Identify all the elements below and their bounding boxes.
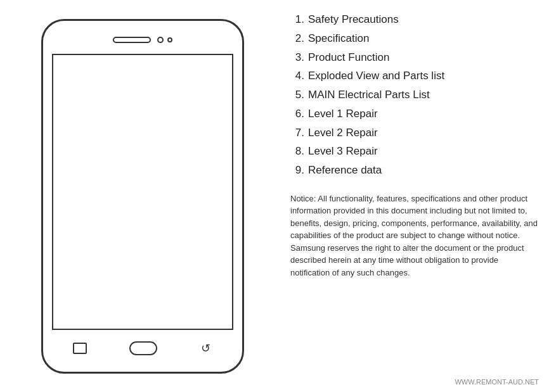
phone-back-button: ↺ <box>200 343 212 354</box>
menu-item-number: 7. <box>290 123 304 142</box>
watermark-text: WWW.REMONT-AUD.NET <box>290 376 539 386</box>
notice-text: Notice: All functionality, features, spe… <box>290 193 539 279</box>
menu-item-number: 8. <box>290 142 304 161</box>
phone-speaker-icon <box>113 37 151 43</box>
menu-item: 8.Level 3 Repair <box>290 142 539 161</box>
phone-camera-icon <box>157 37 164 43</box>
menu-item-number: 6. <box>290 104 304 123</box>
menu-item-number: 4. <box>290 66 304 85</box>
menu-item: 4.Exploded View and Parts list <box>290 66 539 85</box>
menu-item: 9.Reference data <box>290 161 539 180</box>
phone-back-arrow-icon: ↺ <box>201 343 210 354</box>
menu-item-label: Safety Precautions <box>308 10 399 29</box>
menu-item-number: 9. <box>290 161 304 180</box>
menu-item: 3.Product Function <box>290 48 539 67</box>
phone-bottom-bar: ↺ <box>52 332 233 364</box>
menu-item: 5.MAIN Electrical Parts List <box>290 85 539 104</box>
menu-item-number: 3. <box>290 48 304 67</box>
menu-item-number: 1. <box>290 10 304 29</box>
menu-item-label: Level 1 Repair <box>308 104 378 123</box>
phone-illustration: ↺ <box>0 0 285 392</box>
menu-item-label: MAIN Electrical Parts List <box>308 85 430 104</box>
phone-home-button <box>129 341 157 355</box>
phone-screen <box>52 54 233 330</box>
menu-item-label: Level 2 Repair <box>308 123 378 142</box>
phone-top-bar <box>52 28 233 51</box>
menu-item: 1.Safety Precautions <box>290 10 539 29</box>
menu-item-label: Product Function <box>308 48 390 67</box>
content-panel: 1.Safety Precautions2.Specification3.Pro… <box>285 0 549 392</box>
menu-item: 7.Level 2 Repair <box>290 123 539 142</box>
menu-item-label: Level 3 Repair <box>308 142 378 161</box>
menu-item-label: Specification <box>308 29 369 48</box>
menu-item-label: Exploded View and Parts list <box>308 66 444 85</box>
phone-menu-button <box>73 343 87 354</box>
phone-front-cam-icon <box>167 37 172 42</box>
menu-item-number: 2. <box>290 29 304 48</box>
menu-item-label: Reference data <box>308 161 382 180</box>
table-of-contents: 1.Safety Precautions2.Specification3.Pro… <box>290 10 539 180</box>
phone-body: ↺ <box>41 19 244 374</box>
menu-item-number: 5. <box>290 85 304 104</box>
menu-item: 6.Level 1 Repair <box>290 104 539 123</box>
menu-item: 2.Specification <box>290 29 539 48</box>
